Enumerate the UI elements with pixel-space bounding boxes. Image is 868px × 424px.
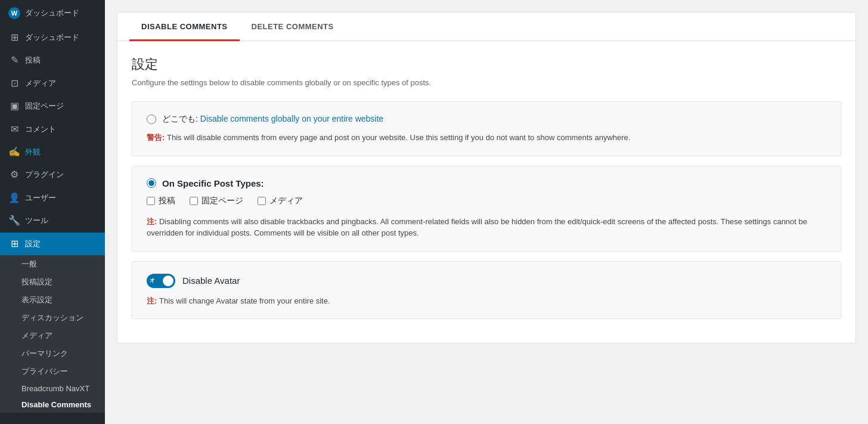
radio-globally[interactable] <box>147 114 156 124</box>
sidebar-item-dashboard[interactable]: ⊞ ダッシュボード <box>0 26 105 49</box>
checkbox-posts: 投稿 <box>147 196 175 206</box>
specific-note: 注: Disabling comments will also disable … <box>147 216 826 239</box>
posts-icon: ✎ <box>8 54 20 67</box>
section-description: Configure the settings below to disable … <box>132 78 841 87</box>
sidebar-item-pages[interactable]: ▣ 固定ページ <box>0 95 105 117</box>
pages-icon: ▣ <box>8 100 20 113</box>
toggle-switch[interactable]: オ <box>147 274 175 288</box>
sidebar-item-label: コメント <box>25 124 56 135</box>
option-globally-row: どこでも: Disable comments globally on your … <box>147 114 826 125</box>
option-globally-link: Disable comments globally on your entire… <box>200 114 383 123</box>
appearance-icon: ✍ <box>8 146 20 159</box>
checkbox-media-input[interactable] <box>258 197 266 205</box>
dashboard-icon: ⊞ <box>8 31 20 44</box>
post-type-checkboxes: 投稿 固定ページ メディア <box>147 196 826 206</box>
plugins-icon: ⚙ <box>8 168 20 181</box>
submenu-discussion[interactable]: ディスカッション <box>0 309 105 327</box>
toggle-on-label: オ <box>150 277 155 284</box>
option-specific-row: On Specific Post Types: <box>147 178 826 188</box>
avatar-note-text: This will change Avatar state from your … <box>159 296 330 305</box>
sidebar-item-tools[interactable]: 🔧 ツール <box>0 209 105 232</box>
option-specific-text: On Specific Post Types: <box>162 178 264 188</box>
checkbox-posts-label[interactable]: 投稿 <box>159 196 175 206</box>
sidebar-item-label: 設定 <box>25 239 41 249</box>
submenu-media[interactable]: メディア <box>0 327 105 345</box>
option-specific-box: On Specific Post Types: 投稿 固定ページ メディア <box>132 166 841 252</box>
tab-disable-comments[interactable]: DISABLE COMMENTS <box>129 13 240 41</box>
checkbox-media-label[interactable]: メディア <box>269 196 303 206</box>
warning-text: This will disable comments from every pa… <box>167 133 630 142</box>
avatar-note-label: 注: <box>147 296 157 305</box>
dashboard-label: ダッシュボード <box>25 8 79 18</box>
sidebar-item-label: 固定ページ <box>25 101 64 112</box>
note-text: Disabling comments will also disable tra… <box>147 217 807 238</box>
globally-warning: 警告: This will disable comments from ever… <box>147 132 826 144</box>
avatar-title: Disable Avatar <box>182 276 240 286</box>
sidebar: W ダッシュボード ⊞ ダッシュボード ✎ 投稿 ⊡ メディア ▣ 固定ページ … <box>0 0 105 424</box>
option-globally-prefix: どこでも: <box>162 114 198 123</box>
sidebar-item-settings[interactable]: ⊞ 設定 <box>0 233 105 255</box>
section-title: 設定 <box>132 55 841 73</box>
settings-icon: ⊞ <box>8 237 20 250</box>
sidebar-item-posts[interactable]: ✎ 投稿 <box>0 49 105 72</box>
submenu-writing[interactable]: 投稿設定 <box>0 273 105 291</box>
option-specific-label[interactable]: On Specific Post Types: <box>162 178 264 188</box>
checkbox-pages-input[interactable] <box>190 197 198 205</box>
submenu-privacy[interactable]: プライバシー <box>0 363 105 380</box>
avatar-section-box: オ Disable Avatar 注: This will change Ava… <box>132 261 841 320</box>
tools-icon: 🔧 <box>8 214 20 227</box>
sidebar-item-label: 投稿 <box>25 55 41 66</box>
option-globally-label[interactable]: どこでも: Disable comments globally on your … <box>162 114 383 125</box>
sidebar-item-label: ダッシュボード <box>25 32 79 43</box>
sidebar-item-label: ツール <box>25 215 48 226</box>
main-content: DISABLE COMMENTS DELETE COMMENTS 設定 Conf… <box>105 0 868 424</box>
sidebar-item-users[interactable]: 👤 ユーザー <box>0 187 105 209</box>
sidebar-logo[interactable]: W ダッシュボード <box>0 0 105 26</box>
checkbox-posts-input[interactable] <box>147 197 155 205</box>
settings-submenu: 一般 投稿設定 表示設定 ディスカッション メディア パーマリンク プライバシー… <box>0 255 105 413</box>
warning-label: 警告: <box>147 133 165 142</box>
submenu-reading[interactable]: 表示設定 <box>0 291 105 309</box>
submenu-permalinks[interactable]: パーマリンク <box>0 345 105 363</box>
checkbox-media: メディア <box>258 196 303 206</box>
comments-icon: ✉ <box>8 123 20 136</box>
option-globally-box: どこでも: Disable comments globally on your … <box>132 101 841 156</box>
sidebar-item-plugins[interactable]: ⚙ プラグイン <box>0 163 105 186</box>
tab-delete-comments[interactable]: DELETE COMMENTS <box>240 13 346 41</box>
tab-content: 設定 Configure the settings below to disab… <box>117 41 855 343</box>
sidebar-item-label: メディア <box>25 78 56 89</box>
avatar-note: 注: This will change Avatar state from yo… <box>147 295 826 307</box>
settings-panel: DISABLE COMMENTS DELETE COMMENTS 設定 Conf… <box>117 12 856 343</box>
sidebar-item-comments[interactable]: ✉ コメント <box>0 118 105 141</box>
wp-logo-icon: W <box>8 7 20 19</box>
sidebar-item-label: プラグイン <box>25 169 64 180</box>
tabs-container: DISABLE COMMENTS DELETE COMMENTS <box>117 13 855 41</box>
sidebar-item-label: 外観 <box>25 147 41 157</box>
submenu-disable-comments[interactable]: Disable Comments <box>0 397 105 413</box>
checkbox-pages-label[interactable]: 固定ページ <box>202 196 243 206</box>
note-label: 注: <box>147 217 157 226</box>
sidebar-item-appearance[interactable]: ✍ 外観 <box>0 141 105 163</box>
media-icon: ⊡ <box>8 77 20 90</box>
avatar-toggle-container: オ Disable Avatar <box>147 274 826 288</box>
checkbox-pages: 固定ページ <box>190 196 243 206</box>
radio-specific[interactable] <box>147 178 156 188</box>
sidebar-item-media[interactable]: ⊡ メディア <box>0 72 105 95</box>
toggle-thumb <box>163 276 173 286</box>
submenu-general[interactable]: 一般 <box>0 255 105 273</box>
users-icon: 👤 <box>8 191 20 205</box>
submenu-breadcrumb[interactable]: Breadcrumb NavXT <box>0 380 105 397</box>
sidebar-item-label: ユーザー <box>25 193 56 203</box>
